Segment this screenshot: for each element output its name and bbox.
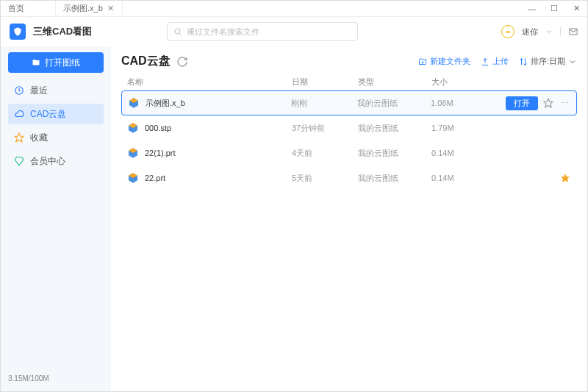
- refresh-icon[interactable]: [176, 56, 188, 68]
- file-name: 000.stp: [145, 124, 171, 132]
- upload-label: 上传: [492, 56, 509, 67]
- open-drawing-label: 打开图纸: [45, 57, 80, 69]
- file-list: 示例图.x_b刚刚我的云图纸1.08M打开⋯000.stp37分钟前我的云图纸1…: [121, 90, 577, 384]
- divider: [560, 27, 561, 36]
- tab-home[interactable]: 首页: [1, 1, 56, 16]
- main-content: CAD云盘 新建文件夹 上传 排序:日期: [111, 46, 587, 391]
- file-date: 37分钟前: [292, 123, 358, 134]
- table-row[interactable]: 000.stp37分钟前我的云图纸1.79M: [121, 115, 577, 140]
- file-name: 22.prt: [145, 174, 165, 182]
- star-icon[interactable]: [542, 97, 554, 109]
- mail-icon[interactable]: [568, 26, 578, 37]
- upload-button[interactable]: 上传: [481, 56, 509, 67]
- sidebar-item-label: 收藏: [30, 132, 48, 144]
- file-size: 1.79M: [431, 124, 490, 132]
- tab-file[interactable]: 示例图.x_b ✕: [56, 1, 123, 16]
- sort-button[interactable]: 排序:日期: [519, 56, 577, 67]
- svg-marker-4: [15, 133, 24, 142]
- file-icon: [128, 97, 140, 109]
- new-folder-button[interactable]: 新建文件夹: [418, 56, 470, 67]
- storage-usage: 3.15M/100M: [8, 371, 104, 385]
- file-type: 我的云图纸: [357, 98, 431, 109]
- folder-plus-icon: [418, 57, 427, 66]
- tab-label: 示例图.x_b: [63, 3, 103, 14]
- sidebar: 打开图纸 最近 CAD云盘 收藏 会员中心 3.15M/100M: [1, 46, 111, 391]
- sidebar-item-recent[interactable]: 最近: [8, 80, 104, 101]
- clock-icon: [14, 85, 24, 96]
- tab-label: 首页: [8, 3, 24, 14]
- more-icon[interactable]: ⋯: [559, 97, 570, 109]
- file-icon: [127, 172, 139, 184]
- open-file-button[interactable]: 打开: [506, 96, 538, 110]
- file-type: 我的云图纸: [358, 123, 431, 134]
- new-folder-label: 新建文件夹: [430, 56, 470, 67]
- file-size: 1.08M: [431, 99, 490, 107]
- table-row[interactable]: 22(1).prt4天前我的云图纸0.14M: [121, 140, 577, 165]
- mini-mode-button[interactable]: 迷你: [522, 26, 538, 38]
- vip-badge-icon[interactable]: ∞: [501, 25, 514, 38]
- app-title: 三维CAD看图: [33, 25, 92, 38]
- sidebar-item-vip[interactable]: 会员中心: [8, 151, 104, 171]
- search-icon: [173, 27, 182, 36]
- diamond-icon: [14, 156, 24, 166]
- sort-label: 排序:日期: [531, 56, 565, 67]
- file-date: 4天前: [292, 148, 358, 159]
- col-date: 日期: [292, 76, 358, 88]
- search-placeholder: 通过文件名搜索文件: [187, 26, 259, 38]
- file-name: 示例图.x_b: [146, 98, 185, 109]
- col-type: 类型: [358, 76, 431, 88]
- title-bar: 首页 示例图.x_b ✕ — ☐ ✕: [1, 1, 587, 17]
- maximize-button[interactable]: ☐: [543, 1, 565, 16]
- svg-marker-5: [15, 157, 24, 165]
- file-type: 我的云图纸: [358, 173, 431, 184]
- file-date: 5天前: [292, 173, 358, 184]
- col-size: 大小: [431, 76, 490, 88]
- svg-line-1: [180, 33, 182, 35]
- file-name: 22(1).prt: [145, 149, 176, 157]
- page-title: CAD云盘: [121, 54, 171, 69]
- sidebar-item-favorite[interactable]: 收藏: [8, 127, 104, 148]
- chevron-down-icon: [568, 57, 577, 66]
- svg-marker-8: [544, 99, 553, 107]
- star-icon[interactable]: [559, 172, 571, 184]
- svg-marker-9: [561, 174, 570, 182]
- file-type: 我的云图纸: [358, 148, 431, 159]
- upload-icon: [481, 57, 490, 66]
- column-header: 名称 日期 类型 大小: [121, 69, 577, 90]
- svg-point-0: [175, 29, 180, 34]
- file-date: 刚刚: [291, 98, 357, 109]
- chevron-down-icon[interactable]: [545, 28, 553, 35]
- close-icon[interactable]: ✕: [107, 5, 115, 13]
- sort-icon: [519, 57, 528, 66]
- app-logo-icon: [10, 24, 26, 40]
- col-name: 名称: [127, 76, 292, 88]
- minimize-button[interactable]: —: [521, 1, 543, 16]
- sidebar-item-cloud[interactable]: CAD云盘: [8, 104, 104, 124]
- file-size: 0.14M: [431, 149, 490, 157]
- top-bar: 三维CAD看图 通过文件名搜索文件 ∞ 迷你: [1, 17, 587, 46]
- open-drawing-button[interactable]: 打开图纸: [8, 52, 104, 73]
- file-size: 0.14M: [431, 174, 490, 182]
- file-icon: [127, 122, 139, 134]
- search-input[interactable]: 通过文件名搜索文件: [167, 22, 358, 41]
- table-row[interactable]: 22.prt5天前我的云图纸0.14M: [121, 165, 577, 190]
- sidebar-item-label: CAD云盘: [30, 108, 66, 121]
- file-icon: [127, 147, 139, 159]
- star-icon: [14, 132, 24, 143]
- sidebar-item-label: 会员中心: [30, 155, 65, 168]
- close-button[interactable]: ✕: [565, 1, 587, 16]
- sidebar-item-label: 最近: [30, 85, 48, 97]
- folder-open-icon: [32, 58, 40, 67]
- cloud-icon: [14, 109, 24, 119]
- table-row[interactable]: 示例图.x_b刚刚我的云图纸1.08M打开⋯: [121, 90, 577, 115]
